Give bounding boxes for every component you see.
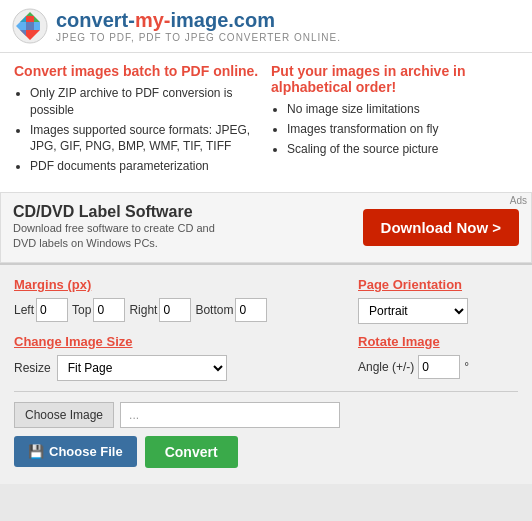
top-label: Top [72,303,91,317]
top-margin-item: Top [72,298,125,322]
resize-row-inner: Resize Fit Page Stretch None [14,355,338,381]
resize-group: Change Image Size Resize Fit Page Stretc… [14,334,338,381]
feature-item: Scaling of the source picture [287,141,518,158]
ad-title: CD/DVD Label Software [13,203,233,221]
feature-item: PDF documents parameterization [30,158,261,175]
feature-item: No image size limitations [287,101,518,118]
features-col2: Put your images in archive in alphabetic… [271,63,518,178]
left-margin-input[interactable] [36,298,68,322]
file-input-area: Choose Image ... [14,402,340,428]
margins-inputs: Left Top Right Bottom [14,298,338,322]
margins-orientation-row: Margins (px) Left Top Right Bottom [14,277,518,324]
convert-button[interactable]: Convert [145,436,238,468]
feature-item: Images transformation on fly [287,121,518,138]
resize-label: Change Image Size [14,334,338,349]
features-list1: Only ZIP archive to PDF conversion is po… [14,85,261,175]
features-col2-title: Put your images in archive in alphabetic… [271,63,518,95]
ad-subtitle: Download free software to create CD and … [13,221,233,252]
rotate-group: Rotate Image Angle (+/-) ° [358,334,518,379]
brand-my: my- [135,9,171,31]
orientation-select[interactable]: Portrait Landscape [358,298,468,324]
features-title: Convert images batch to PDF online. [14,63,261,79]
feature-item: Only ZIP archive to PDF conversion is po… [30,85,261,119]
margins-label: Margins (px) [14,277,338,292]
left-margin-item: Left [14,298,68,322]
angle-unit: ° [464,360,469,374]
brand-prefix: convert- [56,9,135,31]
feature-item: Images supported source formats: JPEG, J… [30,122,261,156]
resize-prefix-label: Resize [14,361,51,375]
bottom-row: Choose Image ... [14,402,518,428]
floppy-icon: 💾 [28,444,44,459]
margins-group: Margins (px) Left Top Right Bottom [14,277,338,322]
form-section: Margins (px) Left Top Right Bottom [0,263,532,484]
right-margin-input[interactable] [159,298,191,322]
right-margin-item: Right [129,298,191,322]
top-margin-input[interactable] [93,298,125,322]
features-section: Convert images batch to PDF online. Only… [0,53,532,192]
angle-label: Angle (+/-) [358,360,414,374]
ad-download-button[interactable]: Download Now > [363,209,519,246]
right-label: Right [129,303,157,317]
angle-row: Angle (+/-) ° [358,355,518,379]
logo-text: convert-my-image.com JPEG TO PDF, PDF TO… [56,8,341,44]
header: convert-my-image.com JPEG TO PDF, PDF TO… [0,0,532,53]
header-subtitle: JPEG TO PDF, PDF TO JPEG CONVERTER ONLIN… [56,32,341,44]
choose-file-button[interactable]: 💾 Choose File [14,436,137,467]
action-buttons-row: 💾 Choose File Convert [14,436,518,468]
orientation-label: Page Orientation [358,277,518,292]
resize-rotate-row: Change Image Size Resize Fit Page Stretc… [14,334,518,381]
features-col1: Convert images batch to PDF online. Only… [14,63,261,178]
left-label: Left [14,303,34,317]
ad-banner: Ads CD/DVD Label Software Download free … [0,192,532,263]
bottom-margin-input[interactable] [235,298,267,322]
bottom-margin-item: Bottom [195,298,267,322]
brand-suffix: image.com [170,9,274,31]
logo-icon [12,8,48,44]
rotate-label: Rotate Image [358,334,518,349]
file-path-display: ... [120,402,340,428]
bottom-label: Bottom [195,303,233,317]
divider [14,391,518,392]
choose-file-label: Choose File [49,444,123,459]
features-list2: No image size limitations Images transfo… [271,101,518,157]
choose-image-button[interactable]: Choose Image [14,402,114,428]
brand-name: convert-my-image.com [56,8,341,32]
resize-select[interactable]: Fit Page Stretch None [57,355,227,381]
ad-label: Ads [510,195,527,206]
angle-input[interactable] [418,355,460,379]
ad-text: CD/DVD Label Software Download free soft… [13,203,233,252]
orientation-group: Page Orientation Portrait Landscape [358,277,518,324]
